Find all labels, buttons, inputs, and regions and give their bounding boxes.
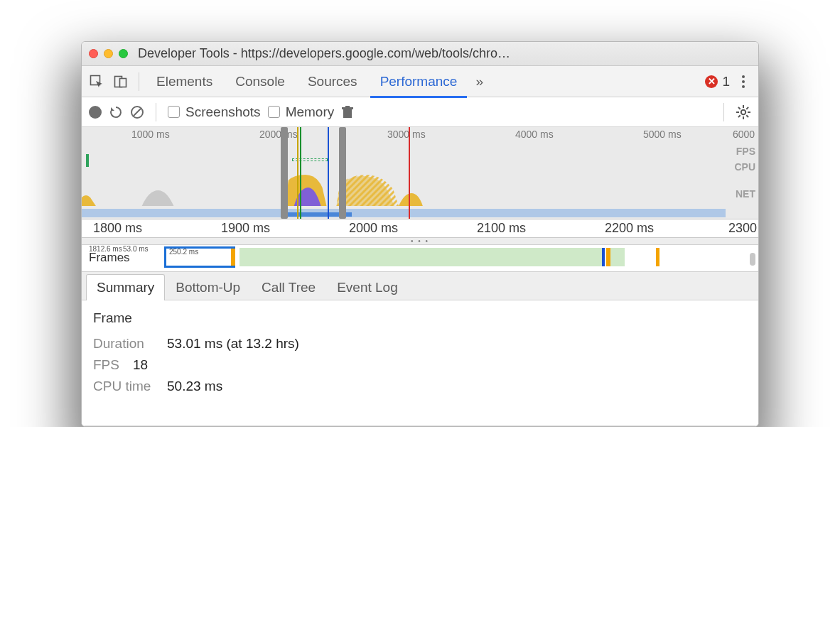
tab-bottom-up[interactable]: Bottom-Up (165, 274, 251, 300)
overview-tick: 4000 ms (515, 129, 554, 140)
frames-track-label: Frames (89, 251, 130, 265)
overview-track-labels: FPS CPU NET (734, 146, 755, 200)
toggle-device-icon[interactable] (110, 71, 131, 92)
ruler-tick: 2300 (728, 221, 757, 236)
traffic-lights (89, 49, 128, 58)
ruler-tick: 1900 ms (221, 221, 270, 236)
error-count[interactable]: ✕ 1 (705, 74, 730, 89)
svg-point-11 (741, 109, 745, 114)
overview-tick: 1000 ms (131, 129, 170, 140)
divider (139, 72, 139, 91)
svg-point-5 (742, 85, 745, 88)
window-title: Developer Tools - https://developers.goo… (138, 46, 751, 61)
close-window-button[interactable] (89, 49, 98, 58)
clear-button[interactable] (130, 105, 144, 119)
net-label: NET (734, 188, 755, 200)
frame-marker (231, 249, 235, 266)
screenshots-checkbox[interactable]: Screenshots (168, 104, 261, 120)
tab-console[interactable]: Console (225, 66, 295, 97)
marker-line (300, 127, 301, 219)
detail-value: 50.23 ms (167, 379, 222, 394)
tab-sources[interactable]: Sources (298, 66, 367, 97)
ruler-tick: 1800 ms (93, 221, 142, 236)
net-bar (82, 209, 726, 217)
detail-key: CPU time (93, 379, 157, 394)
svg-line-16 (738, 107, 741, 109)
divider (723, 103, 724, 121)
detail-row-fps: FPS 18 (93, 357, 747, 373)
svg-line-7 (134, 109, 141, 116)
kebab-menu-icon[interactable] (733, 71, 754, 92)
divider (156, 103, 156, 121)
error-icon: ✕ (705, 75, 718, 88)
fps-label: FPS (734, 146, 755, 157)
summary-heading: Frame (93, 310, 747, 326)
detail-ruler[interactable]: 1800 ms 1900 ms 2000 ms 2100 ms 2200 ms … (82, 219, 758, 238)
tab-summary[interactable]: Summary (86, 274, 165, 300)
record-button[interactable] (89, 106, 102, 119)
pane-resize-handle[interactable]: • • • (82, 238, 758, 245)
inspect-element-icon[interactable] (86, 71, 107, 92)
frame-marker (602, 248, 605, 266)
svg-rect-2 (120, 78, 126, 87)
frame-block[interactable] (239, 248, 602, 266)
detail-value: 53.01 ms (at 13.2 hrs) (167, 336, 299, 352)
devtools-tabstrip: Elements Console Sources Performance » ✕… (82, 66, 758, 97)
svg-point-3 (742, 75, 745, 78)
screenshots-label: Screenshots (185, 104, 261, 120)
fps-bar (86, 154, 89, 167)
marker-line (328, 127, 329, 219)
overview-timeline[interactable]: 1000 ms 2000 ms 3000 ms 4000 ms 5000 ms … (82, 127, 758, 219)
details-tabstrip: Summary Bottom-Up Call Tree Event Log (82, 272, 758, 300)
detail-value: 18 (133, 357, 148, 373)
ruler-tick: 2200 ms (605, 221, 654, 236)
svg-line-19 (746, 107, 748, 109)
zoom-window-button[interactable] (119, 49, 128, 58)
checkbox-icon (268, 106, 280, 118)
frame-marker (656, 248, 659, 266)
cpu-label: CPU (734, 161, 755, 173)
selected-frame[interactable]: 250.2 ms (164, 246, 235, 268)
scrollbar-thumb[interactable] (750, 253, 755, 266)
ruler-tick: 2100 ms (477, 221, 526, 236)
settings-gear-icon[interactable] (736, 104, 751, 120)
performance-toolbar: Screenshots Memory (82, 97, 758, 127)
frame-duration-label: 250.2 ms (169, 248, 198, 256)
overview-selection-handle-right[interactable] (339, 127, 346, 219)
more-tabs-button[interactable]: » (470, 66, 489, 97)
error-count-value: 1 (722, 74, 730, 89)
memory-label: Memory (286, 104, 335, 120)
overview-tick: 6000 (733, 129, 755, 140)
trash-icon[interactable] (341, 105, 354, 119)
overview-tick: 5000 ms (643, 129, 682, 140)
svg-line-17 (746, 115, 748, 117)
marker-line (409, 127, 410, 219)
overview-tick: 2000 ms (259, 129, 298, 140)
titlebar: Developer Tools - https://developers.goo… (82, 42, 758, 66)
frame-block[interactable] (610, 248, 625, 266)
detail-key: FPS (93, 357, 123, 373)
tab-call-tree[interactable]: Call Tree (251, 274, 326, 300)
frames-track[interactable]: 1812.6 ms 53.0 ms Frames 250.2 ms (82, 245, 758, 272)
overview-selection-handle-left[interactable] (281, 127, 288, 219)
devtools-window: Developer Tools - https://developers.goo… (81, 41, 759, 427)
ruler-tick: 2000 ms (349, 221, 398, 236)
reload-button[interactable] (109, 105, 123, 119)
cpu-chart (82, 172, 726, 206)
summary-panel: Frame Duration 53.01 ms (at 13.2 hrs) FP… (82, 300, 758, 426)
tab-elements[interactable]: Elements (146, 66, 222, 97)
marker-line (297, 127, 298, 219)
detail-row-cpu-time: CPU time 50.23 ms (93, 379, 747, 394)
tab-event-log[interactable]: Event Log (326, 274, 409, 300)
svg-rect-8 (343, 109, 352, 118)
checkbox-icon (168, 106, 180, 118)
minimize-window-button[interactable] (104, 49, 113, 58)
svg-point-4 (742, 80, 745, 83)
detail-row-duration: Duration 53.01 ms (at 13.2 hrs) (93, 336, 747, 352)
detail-key: Duration (93, 336, 157, 352)
svg-line-18 (738, 115, 741, 117)
overview-tick: 3000 ms (387, 129, 426, 140)
tab-performance[interactable]: Performance (370, 66, 468, 97)
memory-checkbox[interactable]: Memory (268, 104, 335, 120)
svg-rect-10 (345, 106, 350, 108)
